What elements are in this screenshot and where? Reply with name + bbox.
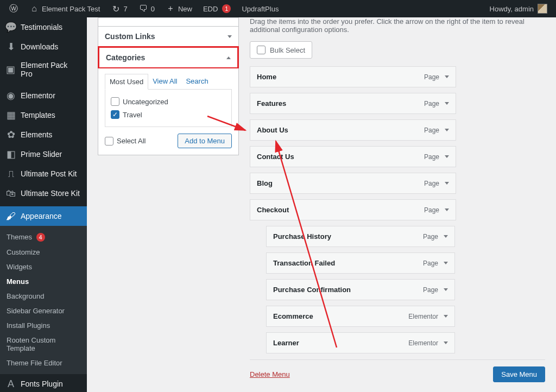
chevron-down-icon[interactable] (445, 208, 449, 211)
sidebar-item-templates[interactable]: ▦Templates (0, 105, 87, 125)
sidebar-item-ultimate-post-kit[interactable]: ⎍Ultimate Post Kit (0, 164, 87, 184)
count-badge: 4 (36, 233, 45, 242)
edd[interactable]: EDD1 (199, 0, 236, 17)
add-to-menu-button[interactable]: Add to Menu (178, 134, 232, 148)
menu-structure-panel: Drag the items into the order you prefer… (250, 17, 545, 392)
menu-item[interactable]: CheckoutPage (250, 199, 456, 220)
menu-item[interactable]: HomePage (250, 66, 456, 87)
menu-item-type: Page (424, 180, 439, 187)
sidebar-item-label: Downloads (21, 42, 58, 51)
submenu-item-themes[interactable]: Themes 4 (0, 230, 87, 245)
sidebar-item-label: Prime Slider (21, 150, 62, 159)
submenu-item-sidebar-generator[interactable]: Sidebar Generator (0, 304, 87, 318)
chevron-down-icon[interactable] (444, 288, 448, 291)
tab-search[interactable]: Search (181, 74, 212, 90)
submenu-item-menus[interactable]: Menus (0, 274, 87, 289)
submenu-item-rooten-custom-template[interactable]: Rooten Custom Template (0, 333, 87, 356)
sidebar-item-label: Elements (21, 130, 52, 139)
menu-item-type: Page (424, 100, 439, 108)
delete-menu-link[interactable]: Delete Menu (250, 370, 290, 378)
admin-sidebar: 💬Testimonials⬇Downloads▣Element Pack Pro… (0, 17, 87, 392)
save-menu-button[interactable]: Save Menu (493, 366, 545, 382)
menu-item[interactable]: EcommerceElementor (266, 306, 455, 327)
select-all-label: Select All (117, 137, 146, 145)
sidebar-item-elements[interactable]: ✿Elements (0, 125, 87, 144)
plus-icon: + (166, 4, 175, 14)
menu-item-title: Purchase Confirmation (273, 286, 351, 294)
chevron-up-icon (226, 56, 231, 59)
chevron-down-icon[interactable] (445, 102, 449, 105)
site-name[interactable]: ⌂Element Pack Test (25, 0, 104, 17)
chevron-down-icon[interactable] (444, 315, 448, 318)
checkbox[interactable] (111, 97, 119, 106)
chevron-down-icon[interactable] (445, 129, 449, 131)
add-menu-items-panel: Custom Links Categories Most Used View A… (98, 17, 239, 392)
menu-item-type: Page (423, 233, 438, 241)
menu-item-type: Elementor (408, 313, 438, 320)
menu-item[interactable]: FeaturesPage (250, 93, 456, 114)
chevron-down-icon[interactable] (444, 235, 448, 238)
bulk-select-button[interactable]: Bulk Select (250, 41, 312, 59)
checkbox[interactable] (105, 137, 113, 146)
categories-body: Most Used View All Search Uncategorized✓… (98, 68, 238, 155)
site-name-label: Element Pack Test (42, 5, 100, 13)
menu-item[interactable]: Purchase ConfirmationPage (266, 279, 455, 300)
custom-links-title: Custom Links (105, 32, 155, 41)
checkbox[interactable] (257, 46, 266, 54)
custom-links-header[interactable]: Custom Links (98, 27, 238, 46)
updraftplus[interactable]: UpdraftPlus (237, 0, 283, 17)
sidebar-item-label: Appearance (21, 212, 62, 220)
sidebar-item-elementor[interactable]: ◉Elementor (0, 86, 87, 105)
categories-footer: Select All Add to Menu (105, 127, 232, 148)
comments[interactable]: 🗨0 (134, 0, 159, 17)
submenu-item-customize[interactable]: Customize (0, 245, 87, 260)
tab-view-all[interactable]: View All (148, 74, 181, 90)
sidebar-item-label: Ultimate Store Kit (21, 189, 80, 198)
chevron-down-icon[interactable] (445, 75, 449, 78)
chevron-down-icon[interactable] (445, 182, 449, 185)
updates-count: 7 (123, 5, 127, 13)
sidebar-item-downloads[interactable]: ⬇Downloads (0, 37, 87, 56)
select-all[interactable]: Select All (105, 135, 146, 148)
tab-most-used[interactable]: Most Used (105, 74, 148, 90)
updates[interactable]: ↻7 (106, 0, 131, 17)
sidebar-item-label: Fonts Plugin (21, 380, 63, 388)
sidebar-item-appearance[interactable]: 🖌 Appearance (0, 206, 87, 226)
menu-item[interactable]: LearnerElementor (266, 332, 455, 353)
menu-item-title: Contact Us (257, 153, 294, 161)
chevron-down-icon[interactable] (445, 155, 449, 158)
menu-item[interactable]: Contact UsPage (250, 146, 456, 167)
menu-item[interactable]: About UsPage (250, 119, 456, 141)
sidebar-item-element-pack-pro[interactable]: ▣Element Pack Pro (0, 56, 87, 83)
menu-item[interactable]: BlogPage (250, 173, 456, 194)
submenu-item-theme-file-editor[interactable]: Theme File Editor (0, 356, 87, 370)
menu-item-type: Page (423, 260, 438, 267)
sidebar-item-ultimate-store-kit[interactable]: 🛍Ultimate Store Kit (0, 184, 87, 203)
menu-item-title: Ecommerce (273, 312, 313, 320)
sidebar-item-fonts-plugin[interactable]: AFonts Plugin (0, 374, 87, 392)
admin-toolbar: ⓦ ⌂Element Pack Test ↻7 🗨0 +New EDD1 Upd… (0, 0, 556, 17)
sidebar-item-label: Ultimate Post Kit (21, 169, 77, 178)
category-option-travel[interactable]: ✓Travel (111, 108, 226, 121)
menu-item[interactable]: Purchase HistoryPage (266, 226, 455, 247)
sidebar-item-prime-slider[interactable]: ◧Prime Slider (0, 144, 87, 164)
menu-item[interactable]: Transaction FailedPage (266, 252, 455, 274)
menu-item-type: Page (424, 73, 439, 81)
submenu-item-install-plugins[interactable]: Install Plugins (0, 318, 87, 333)
chevron-down-icon[interactable] (444, 342, 448, 344)
howdy[interactable]: Howdy, admin (485, 4, 552, 14)
menu-item-title: About Us (257, 126, 288, 134)
category-label: Uncategorized (123, 98, 168, 106)
category-option-uncategorized[interactable]: Uncategorized (111, 95, 226, 108)
new-content[interactable]: +New (161, 0, 197, 17)
submenu-item-widgets[interactable]: Widgets (0, 260, 87, 274)
chevron-down-icon (228, 35, 232, 38)
howdy-label: Howdy, admin (490, 5, 534, 13)
submenu-item-background[interactable]: Background (0, 289, 87, 304)
checkbox[interactable]: ✓ (111, 110, 119, 119)
chevron-down-icon[interactable] (444, 262, 448, 264)
menu-item-title: Purchase History (273, 232, 331, 241)
wp-logo[interactable]: ⓦ (4, 0, 23, 17)
sidebar-item-testimonials[interactable]: 💬Testimonials (0, 17, 87, 37)
categories-header[interactable]: Categories (99, 48, 237, 67)
